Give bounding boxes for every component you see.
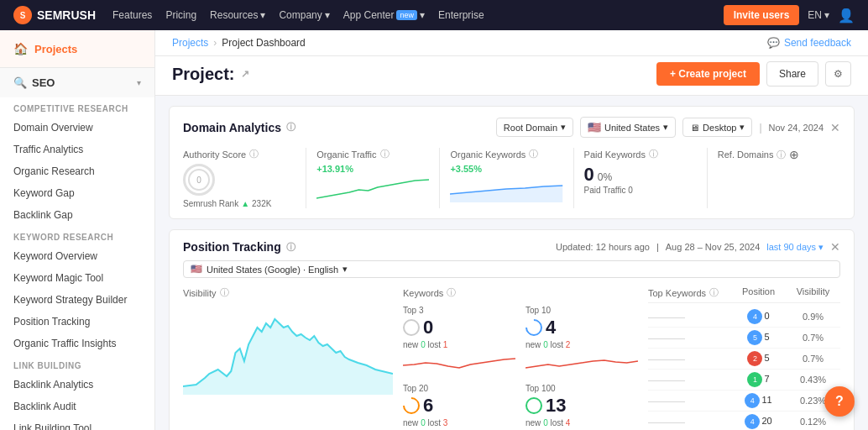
visibility-chart	[183, 302, 393, 395]
top-keywords-col-keywords: Top Keywords ⓘ	[648, 286, 731, 299]
sidebar-seo-toggle[interactable]: 🔍 SEO ▾	[0, 68, 154, 97]
top3-label: Top 3	[403, 306, 515, 315]
project-title-actions: + Create project Share ⚙	[656, 61, 851, 87]
nav-resources[interactable]: Resources ▾	[210, 9, 265, 21]
brand-name: SEMRUSH	[37, 8, 96, 22]
nav-features[interactable]: Features	[112, 9, 152, 21]
filter-date: Nov 24, 2024	[769, 123, 824, 133]
pt-locale-selector[interactable]: 🇺🇸 United States (Google) · English ▾	[183, 260, 840, 278]
top3-circle	[403, 319, 420, 336]
country-filter[interactable]: 🇺🇸 United States ▾	[580, 117, 676, 138]
pos-badge-5: 4	[745, 393, 760, 408]
root-domain-filter[interactable]: Root Domain ▾	[496, 118, 573, 137]
authority-score-label: Authority Score ⓘ	[183, 148, 295, 160]
pt-updated: Updated: 12 hours ago	[556, 242, 650, 252]
app-center-badge: new	[396, 10, 417, 20]
project-external-link-icon[interactable]: ↗	[241, 68, 249, 80]
keyword-research-section: KEYWORD RESEARCH	[0, 226, 154, 245]
nav-links: Features Pricing Resources ▾ Company ▾ A…	[112, 9, 707, 21]
paid-keywords-value: 0	[584, 164, 594, 186]
organic-traffic-info-icon[interactable]: ⓘ	[380, 148, 390, 160]
keywords-grid: Top 3 0 new 0 lost 1	[403, 306, 638, 427]
create-project-button[interactable]: + Create project	[656, 62, 760, 86]
sidebar-item-organic-traffic-insights[interactable]: Organic Traffic Insights	[0, 333, 154, 354]
kw-cell-1: ————	[648, 312, 731, 322]
position-tracking-close-button[interactable]: ✕	[830, 240, 840, 254]
paid-traffic-sub: Paid Traffic 0	[584, 186, 697, 195]
visibility-area: Visibility ⓘ	[183, 286, 393, 430]
ref-domains-info-icon[interactable]: ⓘ	[776, 149, 786, 161]
help-button[interactable]: ?	[824, 386, 855, 417]
kw-pos-5: 411	[731, 393, 786, 408]
domain-analytics-info-icon[interactable]: ⓘ	[286, 121, 295, 134]
user-menu-icon[interactable]: 👤	[838, 8, 855, 24]
seo-section-label: 🔍 SEO	[13, 76, 55, 89]
breadcrumb-parent[interactable]: Projects	[172, 37, 208, 49]
nav-pricing[interactable]: Pricing	[165, 9, 196, 21]
pt-separator: |	[656, 242, 659, 252]
domain-analytics-title: Domain Analytics ⓘ	[183, 121, 295, 134]
projects-home-icon: 🏠	[13, 42, 28, 55]
pt-period-selector[interactable]: last 90 days ▾	[766, 242, 824, 253]
top3-value: 0	[403, 317, 515, 338]
keywords-info-icon[interactable]: ⓘ	[447, 286, 456, 299]
position-tracking-header: Position Tracking ⓘ Updated: 12 hours ag…	[183, 240, 840, 254]
sidebar-item-keyword-magic-tool[interactable]: Keyword Magic Tool	[0, 267, 154, 289]
organic-keywords-metric: Organic Keywords ⓘ +3.55%	[440, 148, 573, 208]
share-button[interactable]: Share	[766, 61, 818, 87]
metrics-row: Authority Score ⓘ 0 Semrush Rank	[183, 148, 840, 208]
kw-vis-2: 0.7%	[786, 333, 840, 343]
visibility-info-icon[interactable]: ⓘ	[220, 286, 229, 299]
sidebar-item-domain-overview[interactable]: Domain Overview	[0, 117, 154, 139]
sidebar-item-traffic-analytics[interactable]: Traffic Analytics	[0, 139, 154, 160]
top-keywords-row-6: ———— 420 0.12%	[648, 412, 840, 430]
organic-keywords-info-icon[interactable]: ⓘ	[529, 148, 538, 160]
kw-vis-1: 0.9%	[786, 312, 840, 322]
top100-circle	[526, 397, 542, 414]
invite-users-button[interactable]: Invite users	[724, 5, 800, 25]
sidebar-projects[interactable]: 🏠 Projects	[0, 30, 154, 68]
sidebar-item-backlink-gap[interactable]: Backlink Gap	[0, 204, 154, 226]
kw-cell-3: ————	[648, 354, 731, 364]
nav-enterprise[interactable]: Enterprise	[438, 9, 484, 21]
nav-app-center[interactable]: App Center new ▾	[343, 9, 425, 21]
link-building-section: LINK BUILDING	[0, 354, 154, 374]
send-feedback-button[interactable]: 💬 Send feedback	[767, 37, 851, 49]
device-filter[interactable]: 🖥 Desktop ▾	[682, 118, 752, 137]
position-tracking-title: Position Tracking ⓘ	[183, 240, 295, 254]
sidebar-item-backlink-analytics[interactable]: Backlink Analytics	[0, 374, 154, 396]
domain-analytics-card: Domain Analytics ⓘ Root Domain ▾ 🇺🇸 Unit…	[169, 106, 855, 219]
language-selector[interactable]: EN ▾	[808, 9, 829, 21]
sidebar-item-keyword-gap[interactable]: Keyword Gap	[0, 182, 154, 204]
top20-label: Top 20	[403, 384, 515, 393]
breadcrumb: Projects › Project Dashboard	[172, 37, 306, 49]
sidebar-item-position-tracking[interactable]: Position Tracking	[0, 311, 154, 333]
pos-badge-4: 1	[747, 372, 762, 387]
seo-icon: 🔍	[13, 76, 27, 89]
authority-score-metric: Authority Score ⓘ 0 Semrush Rank	[183, 148, 306, 208]
paid-keywords-info-icon[interactable]: ⓘ	[649, 148, 658, 160]
paid-keywords-metric: Paid Keywords ⓘ 0 0% Paid Traffic 0	[574, 148, 708, 208]
settings-button[interactable]: ⚙	[825, 61, 851, 87]
kw-cell-5: ————	[648, 396, 731, 406]
ref-domains-add-icon[interactable]: ⊕	[789, 148, 799, 161]
sidebar-item-link-building-tool[interactable]: Link Building Tool	[0, 417, 154, 430]
breadcrumb-bar: Projects › Project Dashboard 💬 Send feed…	[155, 30, 868, 56]
sidebar-item-keyword-strategy-builder[interactable]: Keyword Strategy Builder	[0, 289, 154, 311]
top3-new-lost: new 0 lost 1	[403, 340, 515, 349]
kw-pos-3: 25	[731, 351, 786, 366]
kw-pos-4: 17	[731, 372, 786, 387]
pos-badge-1: 4	[747, 309, 762, 324]
position-tracking-info-icon[interactable]: ⓘ	[286, 241, 295, 254]
nav-company[interactable]: Company ▾	[279, 9, 329, 21]
domain-analytics-close-button[interactable]: ✕	[830, 121, 840, 134]
authority-score-info-icon[interactable]: ⓘ	[249, 148, 259, 160]
brand-logo[interactable]: S SEMRUSH	[13, 6, 96, 24]
sidebar-projects-label: Projects	[34, 43, 77, 55]
sidebar-item-organic-research[interactable]: Organic Research	[0, 160, 154, 182]
top-keywords-info-icon[interactable]: ⓘ	[709, 286, 719, 299]
pos-badge-3: 2	[747, 351, 762, 366]
top20-circle	[400, 394, 423, 417]
sidebar-item-backlink-audit[interactable]: Backlink Audit	[0, 396, 154, 417]
sidebar-item-keyword-overview[interactable]: Keyword Overview	[0, 245, 154, 267]
